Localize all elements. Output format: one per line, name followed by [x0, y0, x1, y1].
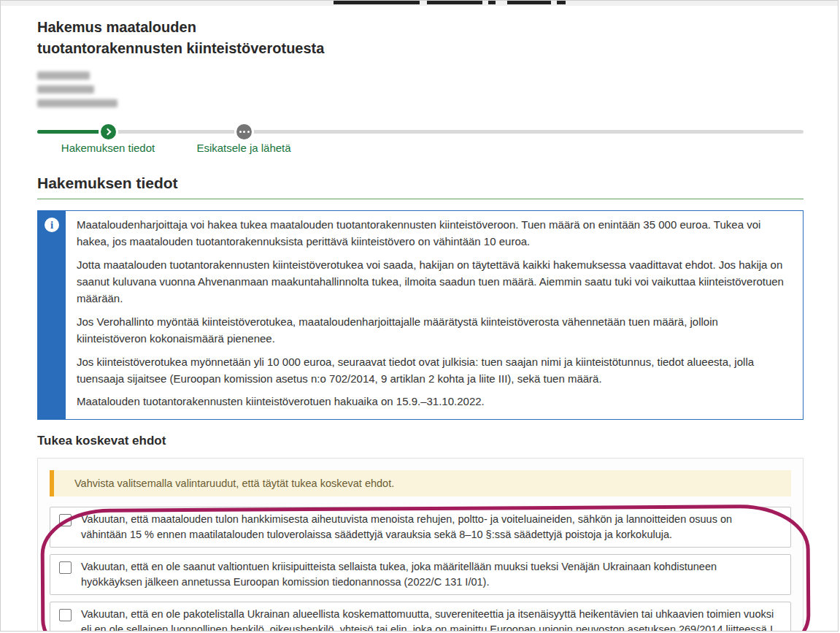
page-title-line1: Hakemus maatalouden: [37, 19, 196, 35]
info-paragraph: Jotta maatalouden tuotantorakennusten ki…: [77, 257, 788, 307]
chevron-right-icon: [104, 128, 112, 136]
condition-checkbox-row-3[interactable]: Vakuutan, että en ole pakotelistalla Ukr…: [50, 602, 791, 632]
info-paragraph: Jos Verohallinto myöntää kiinteistöverot…: [77, 314, 788, 348]
step-2-label[interactable]: Esikatsele ja lähetä: [196, 142, 290, 154]
chrome-fragment: [334, 1, 420, 4]
step-2-esikatsele-ja-laheta[interactable]: [234, 122, 254, 142]
info-paragraph: Maatalouden tuotantorakennusten kiinteis…: [77, 394, 788, 410]
progress-stepper: Hakemuksen tiedot Esikatsele ja lähetä: [37, 122, 804, 158]
conditions-heading: Tukea koskevat ehdot: [37, 434, 804, 448]
condition-checkbox-row-1[interactable]: Vakuutan, että maatalouden tulon hankkim…: [50, 507, 791, 548]
redacted-line: [37, 72, 90, 80]
info-box-stripe: i: [38, 211, 66, 419]
checkbox-icon[interactable]: [59, 514, 72, 526]
confirm-conditions-alert: Vahvista valitsemalla valintaruudut, ett…: [50, 470, 791, 496]
checkbox-icon[interactable]: [59, 609, 72, 621]
section-heading: Hakemuksen tiedot: [37, 174, 804, 199]
applicant-details-redacted: [37, 72, 804, 107]
info-paragraph: Jos kiinteistöverotukea myönnetään yli 1…: [77, 354, 788, 388]
info-box: i Maataloudenharjoittaja voi hakea tukea…: [37, 210, 804, 420]
page-title-line2: tuotantorakennusten kiinteistöverotuesta: [37, 40, 324, 56]
application-form-page: Hakemus maataloudentuotantorakennusten k…: [0, 0, 839, 632]
condition-label-3: Vakuutan, että en ole pakotelistalla Ukr…: [81, 607, 780, 632]
condition-checkbox-row-2[interactable]: Vakuutan, että en ole saanut valtiontuen…: [50, 554, 791, 595]
conditions-panel: Vahvista valitsemalla valintaruudut, ett…: [37, 458, 804, 632]
checkbox-icon[interactable]: [59, 561, 72, 574]
chrome-fragment: [488, 1, 496, 4]
condition-label-1: Vakuutan, että maatalouden tulon hankkim…: [81, 512, 780, 542]
browser-chrome-sliver: [1, 1, 838, 6]
stepper-track: [37, 130, 804, 134]
page-title: Hakemus maataloudentuotantorakennusten k…: [37, 17, 804, 59]
chrome-fragment: [427, 1, 482, 4]
info-icon: i: [45, 218, 59, 232]
info-box-body: Maataloudenharjoittaja voi hakea tukea m…: [66, 211, 803, 419]
ellipsis-icon: [239, 131, 250, 133]
info-paragraph: Maataloudenharjoittaja voi hakea tukea m…: [77, 217, 788, 250]
chrome-fragment: [557, 1, 566, 4]
condition-label-2: Vakuutan, että en ole saanut valtiontuen…: [81, 559, 780, 590]
redacted-line: [37, 85, 94, 93]
chrome-fragment: [507, 1, 551, 4]
alert-text: Vahvista valitsemalla valintaruudut, ett…: [54, 470, 404, 496]
step-1-hakemuksen-tiedot[interactable]: [99, 122, 118, 142]
step-1-label[interactable]: Hakemuksen tiedot: [61, 142, 155, 154]
redacted-line: [37, 99, 117, 107]
